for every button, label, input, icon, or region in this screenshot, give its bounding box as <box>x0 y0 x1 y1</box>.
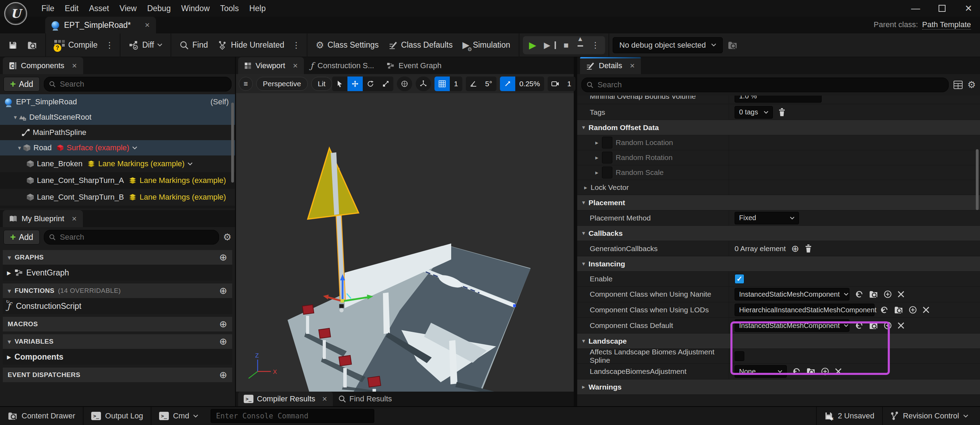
scale-snap-value[interactable]: 0.25% <box>515 80 544 88</box>
details-settings-gear-icon[interactable]: ⚙ <box>967 79 976 90</box>
close-icon[interactable]: × <box>293 61 298 71</box>
close-button[interactable]: ✕ <box>961 2 977 15</box>
details-search-input[interactable] <box>597 80 943 89</box>
override-lane-markings[interactable]: Lane Markings (example) <box>88 159 192 168</box>
menu-tools[interactable]: Tools <box>215 2 244 15</box>
add-event-dispatcher-icon[interactable]: ⊕ <box>220 369 228 381</box>
find-button[interactable]: Find <box>175 37 213 54</box>
plus-circle-icon[interactable] <box>821 367 829 376</box>
details-scrollbar[interactable] <box>976 149 978 210</box>
category-landscape[interactable]: ▾ Landscape <box>577 333 980 349</box>
play-button[interactable]: ▶ <box>526 37 540 54</box>
override-lane-markings[interactable]: Lane Markings (example) <box>129 193 235 202</box>
find-options-icon[interactable]: ⋮ <box>289 40 303 50</box>
menu-edit[interactable]: Edit <box>59 2 84 15</box>
override-lane-markings[interactable]: Lane Markings (example) <box>129 176 235 185</box>
expander-right-icon[interactable]: ▸ <box>595 139 598 146</box>
asset-tab-ept-simpleroad[interactable]: EPT_SimpleRoad* × <box>45 17 156 33</box>
expander-down-icon[interactable]: ▾ <box>12 114 19 121</box>
tags-dropdown[interactable]: 0 tags <box>735 106 773 119</box>
scale-tool-button[interactable] <box>378 76 393 91</box>
menu-help[interactable]: Help <box>244 2 271 15</box>
tree-row-lane-sharpturn-a[interactable]: Lane_Cont_SharpTurn_A Lane Markings (exa… <box>0 172 235 189</box>
plus-circle-icon[interactable] <box>884 321 892 330</box>
expander-down-icon[interactable]: ▾ <box>8 254 11 262</box>
output-log-button[interactable]: >_ Output Log <box>84 407 151 425</box>
tab-construction-script[interactable]: ƒ Construction S... <box>304 57 380 74</box>
use-selected-asset-icon[interactable] <box>855 290 863 298</box>
expander-right-icon[interactable]: ▸ <box>584 184 587 191</box>
simulation-button[interactable]: ▶⚙ Simulation <box>457 37 515 54</box>
section-event-dispatchers[interactable]: EVENT DISPATCHERS ⊕ <box>3 368 232 382</box>
menu-asset[interactable]: Asset <box>84 2 115 15</box>
tab-find-results[interactable]: Find Results <box>333 392 398 406</box>
override-surface[interactable]: Surface (example) <box>57 143 137 152</box>
category-callbacks[interactable]: ▾ Callbacks <box>577 226 980 241</box>
item-eventgraph[interactable]: ▸ EventGraph <box>3 265 232 281</box>
parent-class-link[interactable]: Path Template <box>922 20 971 30</box>
debug-object-dropdown[interactable]: No debug object selected <box>613 37 723 53</box>
tags-trash-icon[interactable] <box>778 108 785 116</box>
add-graph-icon[interactable]: ⊕ <box>220 252 228 263</box>
class-defaults-button[interactable]: Class Defaults <box>383 37 457 54</box>
add-variable-icon[interactable]: ⊕ <box>220 336 228 347</box>
expander-down-icon[interactable]: ▾ <box>16 144 23 152</box>
rotate-tool-button[interactable] <box>363 76 378 91</box>
tab-my-blueprint[interactable]: My Blueprint × <box>3 210 83 227</box>
menu-file[interactable]: File <box>36 2 59 15</box>
expander-right-icon[interactable]: ▸ <box>595 154 598 162</box>
use-selected-asset-icon[interactable] <box>855 321 863 330</box>
minimize-button[interactable]: — <box>908 2 924 15</box>
cmd-dropdown[interactable]: >_ Cmd <box>151 407 206 425</box>
placement-method-dropdown[interactable]: Fixed <box>735 212 799 224</box>
world-space-toggle-button[interactable] <box>397 76 412 91</box>
tree-row-self[interactable]: EPT_SimpleRoad (Self) <box>0 94 235 109</box>
details-search[interactable] <box>581 78 949 92</box>
select-tool-button[interactable] <box>332 76 347 91</box>
expander-down-icon[interactable]: ▾ <box>8 338 11 346</box>
save-button[interactable] <box>3 37 22 54</box>
lods-class-dropdown[interactable]: HierarchicalInstancedStaticMeshComponent <box>735 304 875 316</box>
biomes-adjustment-dropdown[interactable]: None <box>735 365 787 378</box>
add-macro-icon[interactable]: ⊕ <box>220 319 228 330</box>
affects-spline-checkbox[interactable] <box>735 351 744 361</box>
plus-circle-icon[interactable] <box>884 290 892 298</box>
category-warnings[interactable]: ▸ Warnings <box>577 379 980 395</box>
default-class-dropdown[interactable]: InstancedStaticMeshComponent <box>735 319 850 332</box>
viewport-3d-scene[interactable]: Z X <box>236 93 574 392</box>
unsaved-button[interactable]: ✱ 2 Unsaved <box>816 407 883 425</box>
close-icon[interactable]: × <box>145 20 150 30</box>
category-random-offset-data[interactable]: ▾ Random Offset Data <box>577 120 980 135</box>
class-settings-button[interactable]: ⚙ Class Settings <box>311 37 383 54</box>
panel-divider[interactable] <box>574 57 577 406</box>
browse-asset-button[interactable] <box>22 37 42 54</box>
hide-unrelated-button[interactable]: Hide Unrelated <box>213 37 289 54</box>
tree-row-road[interactable]: ▾ Road Surface (example) <box>0 140 235 155</box>
grid-snap-button[interactable] <box>434 76 450 91</box>
compile-button[interactable]: ? Compile <box>49 37 102 54</box>
category-instancing[interactable]: ▾ Instancing <box>577 256 980 272</box>
camera-speed-value[interactable]: 1 <box>563 80 576 88</box>
my-blueprint-search-input[interactable] <box>60 233 214 242</box>
item-components-category[interactable]: ▸ Components <box>3 349 232 365</box>
tab-details[interactable]: Details × <box>580 57 641 74</box>
components-search-input[interactable] <box>60 80 226 89</box>
nanite-class-dropdown[interactable]: InstancedStaticMeshComponent <box>735 288 850 300</box>
grid-snap-value[interactable]: 1 <box>450 80 462 88</box>
enable-checkbox[interactable]: ✓ <box>735 274 744 284</box>
viewport-options-button[interactable]: ≡ <box>239 77 253 91</box>
close-icon[interactable]: × <box>72 61 77 71</box>
add-array-element-icon[interactable]: ⊕ <box>791 243 799 254</box>
menu-debug[interactable]: Debug <box>142 2 176 15</box>
tab-compiler-results[interactable]: >_ Compiler Results × <box>238 392 333 406</box>
maximize-button[interactable] <box>934 2 950 15</box>
section-macros[interactable]: MACROS ⊕ <box>3 317 232 331</box>
stop-button[interactable]: ■ <box>560 37 572 54</box>
browse-asset-icon[interactable] <box>869 321 878 330</box>
minimal-overlap-input[interactable]: 1.0 % <box>735 96 822 103</box>
clear-array-trash-icon[interactable] <box>805 244 812 253</box>
eject-button[interactable]: ▲ <box>573 37 587 54</box>
browse-asset-icon[interactable] <box>806 367 815 376</box>
tree-row-lane-broken[interactable]: Lane_Broken Lane Markings (example) <box>0 155 235 172</box>
clear-x-icon[interactable] <box>897 291 904 298</box>
